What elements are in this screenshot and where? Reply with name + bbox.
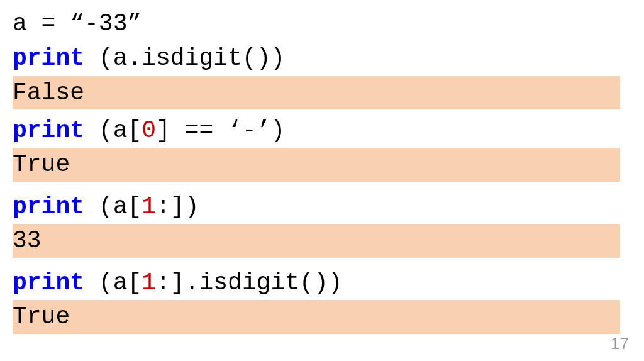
string-literal: ‘-’	[228, 117, 270, 144]
keyword-print: print	[13, 45, 84, 72]
code-line-5: print (a[1:].isdigit())	[13, 265, 644, 300]
code-line-3: print (a[0] == ‘-’)	[13, 113, 644, 148]
output-line-4: True	[13, 300, 620, 334]
number-literal: 0	[142, 117, 156, 144]
code-part: (a[	[84, 193, 142, 220]
code-part: )	[271, 117, 286, 144]
code-rest: (a.isdigit())	[84, 45, 285, 72]
page-number: 17	[611, 334, 629, 353]
output-text: True	[13, 151, 70, 178]
code-part: (a[	[84, 117, 142, 144]
code-line-1: a = “-33”	[13, 6, 644, 41]
number-literal: 1	[142, 193, 156, 220]
output-line-2: True	[13, 148, 620, 182]
output-line-1: False	[13, 76, 620, 110]
code-part: ] ==	[156, 117, 228, 144]
code-part: :].isdigit())	[156, 269, 342, 296]
output-text: False	[13, 79, 84, 106]
number-literal: 1	[142, 269, 156, 296]
code-line-2: print (a.isdigit())	[13, 41, 644, 75]
assign-text: a =	[13, 10, 70, 37]
code-line-4: print (a[1:])	[13, 189, 644, 224]
code-part: (a[	[84, 269, 142, 296]
string-literal: “-33”	[70, 10, 142, 37]
output-line-3: 33	[13, 224, 620, 258]
output-text: True	[13, 303, 70, 330]
keyword-print: print	[13, 193, 84, 220]
keyword-print: print	[13, 269, 84, 296]
keyword-print: print	[13, 117, 84, 144]
output-text: 33	[13, 227, 42, 254]
code-part: :])	[156, 193, 199, 220]
